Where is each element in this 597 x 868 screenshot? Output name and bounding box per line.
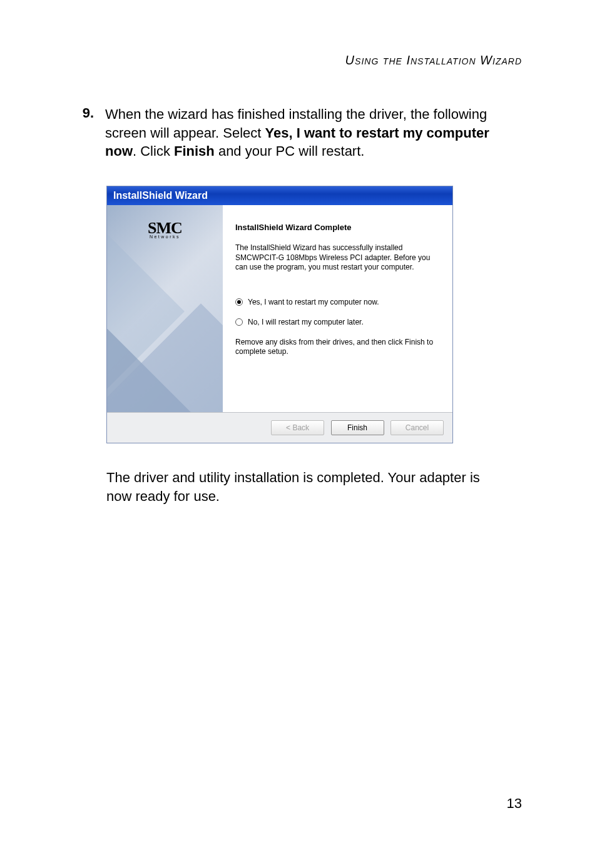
wizard-complete-title: InstallShield Wizard Complete bbox=[235, 223, 440, 232]
step-text: When the wizard has finished installing … bbox=[105, 105, 522, 161]
step-text-bold2: Finish bbox=[174, 143, 215, 159]
page-number: 13 bbox=[507, 795, 522, 812]
radio-no-label: No, I will restart my computer later. bbox=[248, 318, 364, 326]
step-row: 9. When the wizard has finished installi… bbox=[75, 105, 522, 161]
page-header: Using the Installation Wizard bbox=[75, 53, 522, 68]
restart-now-option[interactable]: Yes, I want to restart my computer now. bbox=[235, 298, 440, 306]
step-text-part2: . Click bbox=[133, 143, 174, 159]
restart-later-option[interactable]: No, I will restart my computer later. bbox=[235, 318, 440, 326]
back-button: < Back bbox=[271, 420, 324, 435]
dialog-right-panel: InstallShield Wizard Complete The Instal… bbox=[223, 205, 452, 412]
wizard-note: Remove any disks from their drives, and … bbox=[235, 338, 440, 357]
logo-main-text: SMC bbox=[148, 221, 182, 235]
finish-button[interactable]: Finish bbox=[331, 420, 384, 435]
cancel-button: Cancel bbox=[390, 420, 444, 435]
wizard-description: The InstallShield Wizard has successfull… bbox=[235, 243, 440, 273]
step-text-part3: and your PC will restart. bbox=[215, 143, 365, 159]
post-text: The driver and utility installation is c… bbox=[106, 468, 507, 505]
smc-logo: SMC Networks bbox=[148, 221, 182, 239]
radio-icon bbox=[235, 318, 243, 326]
dialog-titlebar: InstallShield Wizard bbox=[107, 186, 452, 205]
dialog-left-panel: SMC Networks bbox=[107, 205, 223, 412]
logo-sub-text: Networks bbox=[148, 235, 182, 239]
dialog-body: SMC Networks InstallShield Wizard Comple… bbox=[107, 205, 452, 412]
dialog-button-row: < Back Finish Cancel bbox=[107, 412, 452, 443]
step-number: 9. bbox=[75, 105, 94, 121]
radio-yes-label: Yes, I want to restart my computer now. bbox=[248, 298, 379, 306]
installshield-dialog: InstallShield Wizard SMC Networks Instal… bbox=[106, 186, 453, 443]
radio-icon bbox=[235, 298, 243, 306]
